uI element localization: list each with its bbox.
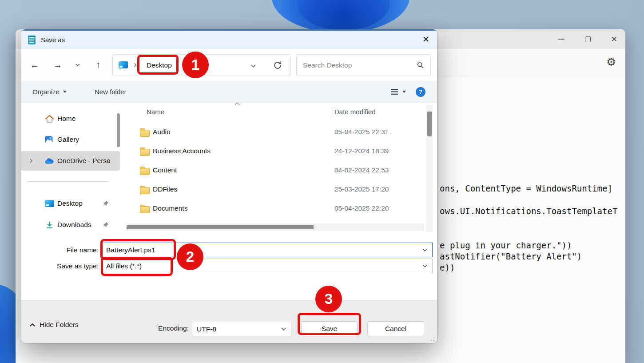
sidebar-item-label: Gallery: [57, 136, 79, 144]
chevron-down-icon: [281, 326, 286, 332]
maximize-icon: [585, 36, 591, 42]
sidebar-scrollbar[interactable]: [117, 113, 120, 147]
home-icon: [44, 115, 54, 123]
gear-icon[interactable]: ⚙: [606, 56, 616, 68]
search-icon[interactable]: [417, 61, 424, 69]
search-input[interactable]: Search Desktop: [296, 54, 431, 76]
column-header-name[interactable]: Name: [147, 108, 164, 116]
view-options-button[interactable]: [390, 88, 406, 96]
downloads-icon: [44, 221, 54, 229]
forward-icon: →: [53, 60, 63, 70]
dialog-title: Save as: [41, 36, 65, 44]
chevron-down-icon[interactable]: [422, 263, 428, 269]
file-name: Business Accounts: [153, 147, 211, 155]
file-name: Audio: [153, 128, 171, 136]
file-name-value: BatteryAlert.ps1: [106, 246, 422, 254]
close-icon: ✕: [611, 35, 617, 44]
save-button[interactable]: Save: [301, 321, 358, 336]
code-line: astNotifier("Battery Alert"): [440, 251, 582, 261]
chevron-right-icon[interactable]: [28, 158, 34, 164]
sidebar-item-downloads[interactable]: Downloads: [21, 217, 115, 233]
new-folder-button[interactable]: New folder: [95, 88, 127, 96]
chevron-up-icon: [29, 323, 36, 327]
minimize-button[interactable]: [558, 39, 564, 40]
hide-folders-label: Hide Folders: [40, 321, 79, 329]
address-bar[interactable]: Desktop: [112, 54, 291, 76]
dialog-close-button[interactable]: ✕: [420, 33, 432, 45]
address-row: ← → ↑ Desktop Search Desktop: [21, 49, 437, 81]
sidebar-item-gallery[interactable]: Gallery: [21, 132, 115, 148]
maximize-button[interactable]: [585, 36, 591, 42]
scrollbar-thumb[interactable]: [427, 112, 432, 136]
sidebar-item-onedrive[interactable]: OneDrive - Perso: [21, 151, 120, 171]
save-button-label: Save: [322, 325, 337, 333]
sidebar-item-label: Downloads: [57, 221, 91, 229]
notepad-file-icon: [28, 36, 36, 44]
chevron-down-icon: [75, 62, 80, 68]
file-name-input[interactable]: BatteryAlert.ps1: [101, 243, 433, 257]
file-date: 05-04-2025 22:20: [334, 204, 389, 212]
organize-label: Organize: [32, 88, 60, 96]
forward-button[interactable]: →: [51, 58, 65, 72]
file-row-audio[interactable]: Audio 05-04-2025 22:31: [124, 124, 426, 143]
file-row-ddfiles[interactable]: DDFiles 25-03-2025 17:20: [124, 181, 426, 200]
minimize-icon: [558, 39, 564, 40]
dialog-footer: Hide Folders Encoding: UTF-8 Save Cancel: [21, 300, 437, 343]
view-list-icon: [390, 88, 399, 96]
gallery-icon: [44, 135, 54, 144]
back-button[interactable]: ←: [28, 58, 42, 72]
search-placeholder: Search Desktop: [303, 61, 417, 69]
file-name-label: File name:: [28, 246, 99, 254]
pin-icon: [103, 222, 109, 228]
sidebar-item-home[interactable]: Home: [21, 111, 115, 127]
save-as-type-value: All files (*.*): [106, 262, 422, 270]
close-icon: ✕: [422, 34, 429, 44]
file-row-business-accounts[interactable]: Business Accounts 24-12-2024 18:39: [124, 143, 426, 162]
file-date: 05-04-2025 22:31: [334, 128, 389, 136]
save-as-type-select[interactable]: All files (*.*): [101, 259, 433, 273]
cancel-button-label: Cancel: [385, 325, 406, 333]
desktop-icon: [44, 200, 54, 207]
folder-icon: [140, 187, 150, 194]
save-as-type-label: Save as type:: [28, 262, 99, 270]
folder-icon: [140, 130, 150, 137]
refresh-icon[interactable]: [273, 60, 282, 70]
code-line: e)): [440, 263, 455, 272]
list-horizontal-scrollbar[interactable]: [126, 223, 424, 231]
file-date: 25-03-2025 17:20: [334, 185, 389, 193]
recent-locations-button[interactable]: [71, 58, 85, 72]
scrollbar-thumb[interactable]: [127, 225, 314, 229]
sidebar-item-desktop[interactable]: Desktop: [21, 195, 115, 211]
up-icon: ↑: [96, 60, 101, 70]
back-icon: ←: [30, 60, 40, 70]
save-as-dialog: Save as ✕ ← → ↑ Desktop Search Desktop: [21, 29, 437, 343]
resize-grip[interactable]: [430, 337, 435, 341]
chevron-right-icon: [133, 63, 138, 68]
close-button[interactable]: ✕: [611, 36, 617, 43]
cancel-button[interactable]: Cancel: [367, 321, 424, 336]
up-button[interactable]: ↑: [91, 58, 105, 72]
help-button[interactable]: ?: [416, 87, 425, 97]
file-name: Content: [153, 166, 177, 174]
sidebar-item-label: OneDrive - Perso: [57, 157, 110, 165]
file-row-content[interactable]: Content 04-02-2024 22:53: [124, 162, 426, 181]
column-divider[interactable]: [331, 107, 331, 119]
list-vertical-scrollbar[interactable]: [426, 105, 433, 232]
column-header-date-modified[interactable]: Date modified: [334, 108, 376, 116]
organize-button[interactable]: Organize: [32, 88, 67, 96]
code-line: e plug in your charger.")): [440, 240, 572, 250]
file-row-documents[interactable]: Documents 05-04-2025 22:20: [124, 200, 426, 219]
help-icon: ?: [419, 88, 422, 95]
hide-folders-button[interactable]: Hide Folders: [29, 321, 79, 329]
file-date: 24-12-2024 18:39: [334, 147, 389, 155]
encoding-select[interactable]: UTF-8: [192, 322, 291, 336]
file-name: Documents: [153, 204, 187, 212]
encoding-value: UTF-8: [197, 325, 281, 333]
chevron-down-icon[interactable]: [422, 247, 428, 253]
folder-icon: [140, 168, 150, 175]
dialog-titlebar: Save as: [21, 31, 437, 49]
address-dropdown-icon[interactable]: [250, 63, 256, 69]
desktop-location-icon: [119, 61, 128, 68]
new-folder-label: New folder: [95, 88, 127, 96]
breadcrumb-desktop[interactable]: Desktop: [141, 55, 177, 76]
